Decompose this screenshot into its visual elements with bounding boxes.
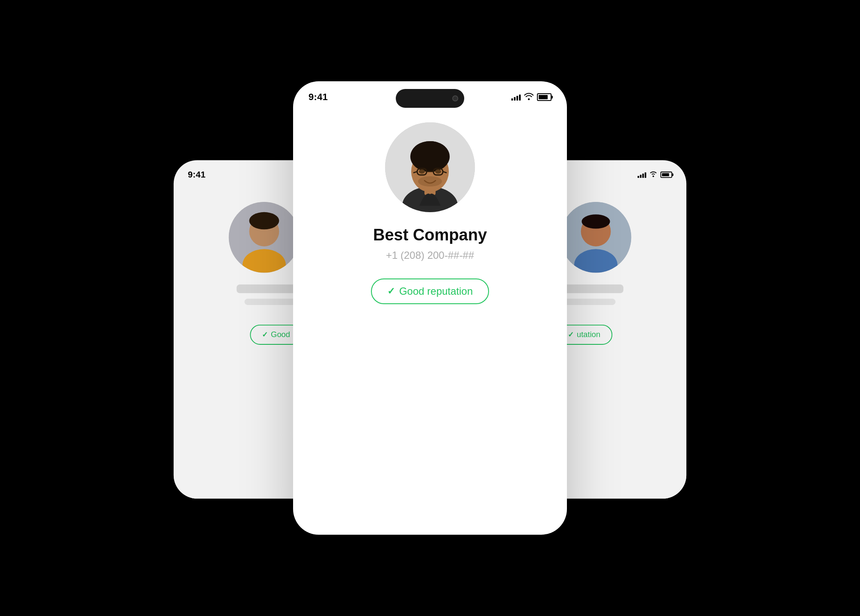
svg-point-16	[412, 141, 448, 165]
svg-point-17	[418, 176, 442, 187]
phone-center: 9:41	[293, 81, 567, 535]
battery-icon-center	[537, 93, 552, 101]
checkmark-left: ✓	[262, 330, 268, 339]
rep-text-center: Good reputation	[399, 285, 473, 297]
svg-point-8	[528, 98, 530, 100]
checkmark-center: ✓	[387, 286, 395, 297]
svg-point-24	[435, 169, 441, 174]
status-bar-center: 9:41	[293, 81, 567, 105]
dynamic-island-center	[396, 89, 464, 108]
status-icons-right	[638, 171, 672, 178]
battery-icon-right	[660, 172, 672, 178]
signal-icon-center	[511, 94, 521, 101]
company-name: Best Company	[373, 226, 487, 244]
wifi-icon-right	[649, 171, 657, 178]
wifi-icon-center	[524, 93, 534, 102]
svg-point-3	[249, 212, 279, 229]
avatar-left-image	[229, 202, 300, 273]
time-left: 9:41	[188, 169, 206, 180]
scene: 9:41	[130, 51, 730, 565]
phone-content-center: Best Company +1 (208) 200-##-## ✓ Good r…	[293, 105, 567, 535]
svg-point-7	[581, 214, 610, 228]
reputation-badge-center[interactable]: ✓ Good reputation	[371, 278, 489, 304]
avatar-right-image	[560, 202, 632, 273]
center-avatar-image	[385, 122, 475, 212]
status-icons-center	[511, 93, 552, 102]
avatar-center	[385, 122, 475, 212]
rep-text-right: utation	[577, 330, 600, 339]
rep-text-left: Good	[271, 330, 290, 339]
time-center: 9:41	[308, 92, 328, 103]
signal-icon-right	[638, 172, 646, 178]
avatar-right	[560, 202, 632, 273]
dynamic-island-dot	[452, 95, 458, 101]
svg-point-23	[419, 169, 425, 174]
phone-number: +1 (208) 200-##-##	[386, 249, 474, 261]
avatar-left	[229, 202, 300, 273]
checkmark-right: ✓	[568, 330, 574, 339]
